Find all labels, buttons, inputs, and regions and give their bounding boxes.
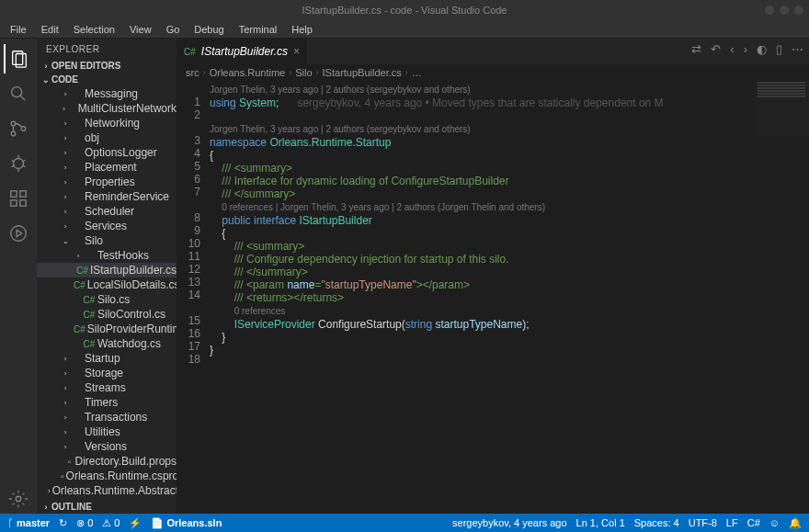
tree-folder-orleans-runtime-abstract-[interactable]: ›Orleans.Runtime.Abstract… [37,483,177,498]
window-controls [765,6,803,15]
settings-icon[interactable] [4,484,33,514]
breadcrumb-part[interactable]: … [412,67,422,78]
minimap[interactable] [754,81,809,136]
menu-selection[interactable]: Selection [67,22,121,37]
status-warnings[interactable]: ⚠ 0 [102,517,120,529]
tree-file-istartupbuilder-cs[interactable]: C#IStartupBuilder.cs [37,263,177,277]
tree-file-silocontrol-cs[interactable]: C#SiloControl.cs [37,307,177,322]
test-icon[interactable] [4,219,33,248]
file-tree: ›Messaging›MultiClusterNetwork›Networkin… [37,86,177,500]
editor-area: C# IStartupBuilder.cs × ⇄ ↶ ‹ › ◐ ▯ ⋯ sr… [177,39,809,514]
tab-label: IStartupBuilder.cs [201,45,288,58]
tab-close-icon[interactable]: × [293,45,300,58]
status-solution[interactable]: 📄 Orleans.sln [151,517,222,529]
tree-folder-versions[interactable]: ›Versions [37,439,177,454]
tree-file-localsilodetails-cs[interactable]: C#LocalSiloDetails.cs [37,277,177,292]
sidebar-title: EXPLORER [37,39,177,59]
line-gutter: 12 34567 891011121314 15161718 [177,81,210,514]
breadcrumb-part[interactable]: IStartupBuilder.cs [323,67,402,78]
svg-point-12 [16,496,21,502]
tree-folder-multiclusternetwork[interactable]: ›MultiClusterNetwork [37,101,177,116]
split-editor-icon[interactable]: ▯ [776,42,782,56]
tab-istartupbuilder[interactable]: C# IStartupBuilder.cs × [177,39,308,64]
svg-point-4 [11,131,16,136]
tree-folder-placement[interactable]: ›Placement [37,160,177,175]
menu-file[interactable]: File [4,22,33,37]
status-live[interactable]: ⚡ [129,517,142,529]
status-language[interactable]: C# [747,517,760,529]
close-button[interactable] [794,6,803,15]
menu-go[interactable]: Go [160,22,187,37]
status-spaces[interactable]: Spaces: 4 [634,517,679,529]
more-icon[interactable]: ⋯ [792,42,803,56]
window-title: IStartupBuilder.cs - code - Visual Studi… [302,5,507,16]
code-area[interactable]: Jorgen Thelin, 3 years ago | 2 authors (… [210,81,809,514]
explorer-icon[interactable] [4,44,33,74]
svg-rect-9 [20,200,26,206]
tree-folder-optionslogger[interactable]: ›OptionsLogger [37,145,177,160]
section-outline[interactable]: ›OUTLINE [37,500,177,514]
tree-folder-services[interactable]: ›Services [37,219,177,233]
status-position[interactable]: Ln 1, Col 1 [576,517,625,529]
tree-folder-testhooks[interactable]: ›TestHooks [37,248,177,263]
status-feedback[interactable]: ☺ [769,517,780,529]
menu-debug[interactable]: Debug [188,22,230,37]
tree-folder-storage[interactable]: ›Storage [37,366,177,380]
tree-file-watchdog-cs[interactable]: C#Watchdog.cs [37,336,177,351]
svg-rect-8 [11,200,17,206]
menu-bar: FileEditSelectionViewGoDebugTerminalHelp [0,20,809,39]
tree-folder-networking[interactable]: ›Networking [37,116,177,130]
sidebar: EXPLORER ›OPEN EDITORS ⌄CODE ›Messaging›… [37,39,177,514]
status-branch[interactable]: ᚴ master [7,517,50,528]
status-sync[interactable]: ↻ [59,517,67,529]
status-blame[interactable]: sergeybykov, 4 years ago [452,517,567,529]
search-icon[interactable] [4,79,33,108]
breadcrumb-part[interactable]: Silo [295,67,312,78]
compare-icon[interactable]: ⇄ [691,42,701,56]
breadcrumb-part[interactable]: src [186,67,199,78]
status-notifications[interactable]: 🔔 [789,517,802,529]
editor-actions: ⇄ ↶ ‹ › ◐ ▯ ⋯ [691,42,803,56]
breadcrumb[interactable]: src›Orleans.Runtime›Silo›IStartupBuilder… [177,64,809,81]
tree-folder-transactions[interactable]: ›Transactions [37,410,177,424]
breadcrumb-part[interactable]: Orleans.Runtime [210,67,286,78]
tree-folder-streams[interactable]: ›Streams [37,380,177,395]
next-change-icon[interactable]: › [744,42,747,56]
source-control-icon[interactable] [4,114,33,143]
svg-rect-10 [20,191,26,197]
minimize-button[interactable] [765,6,774,15]
tree-file-siloproviderruntime-cs[interactable]: C#SiloProviderRuntime.cs [37,322,177,336]
menu-edit[interactable]: Edit [35,22,65,37]
svg-point-5 [21,127,26,131]
csharp-file-icon: C# [184,47,196,57]
toggle-icon[interactable]: ◐ [757,42,767,56]
tree-folder-silo[interactable]: ⌄Silo [37,233,177,248]
tree-folder-obj[interactable]: ›obj [37,130,177,145]
tree-folder-startup[interactable]: ›Startup [37,351,177,366]
tree-folder-scheduler[interactable]: ›Scheduler [37,204,177,219]
section-code[interactable]: ⌄CODE [37,73,177,86]
svg-point-3 [11,121,16,126]
svg-rect-7 [11,191,17,197]
status-eol[interactable]: LF [726,517,738,529]
tree-file-orleans-runtime-csproj[interactable]: ▫Orleans.Runtime.csproj [37,469,177,483]
menu-terminal[interactable]: Terminal [233,22,284,37]
tree-file-silo-cs[interactable]: C#Silo.cs [37,292,177,307]
tree-folder-properties[interactable]: ›Properties [37,175,177,189]
tree-file-directory-build-props[interactable]: ▫Directory.Build.props [37,454,177,469]
extensions-icon[interactable] [4,184,33,213]
tree-folder-utilities[interactable]: ›Utilities [37,424,177,439]
status-encoding[interactable]: UTF-8 [689,517,717,529]
maximize-button[interactable] [780,6,789,15]
activity-bar [0,39,37,514]
prev-change-icon[interactable]: ‹ [730,42,734,56]
tree-folder-timers[interactable]: ›Timers [37,395,177,410]
tree-folder-reminderservice[interactable]: ›ReminderService [37,189,177,204]
debug-icon[interactable] [4,149,33,178]
section-open-editors[interactable]: ›OPEN EDITORS [37,59,177,73]
tree-folder-messaging[interactable]: ›Messaging [37,86,177,101]
status-errors[interactable]: ⊗ 0 [76,517,93,529]
menu-help[interactable]: Help [285,22,319,37]
menu-view[interactable]: View [123,22,158,37]
undo-icon[interactable]: ↶ [711,42,721,56]
